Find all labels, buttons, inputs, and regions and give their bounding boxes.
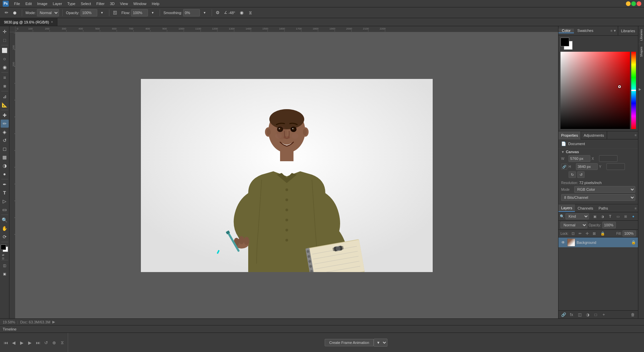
tab-swatches[interactable]: Swatches xyxy=(574,29,597,33)
animation-type-dropdown[interactable]: ▼ xyxy=(374,339,387,347)
shapes-side-icon[interactable]: Shapes xyxy=(638,44,644,60)
eyedropper-tool[interactable]: ⊿ xyxy=(1,92,9,100)
panel-collapse-icon[interactable]: ▼ xyxy=(613,29,616,33)
layer-add-mask-icon[interactable]: ◫ xyxy=(576,312,583,318)
menu-layer[interactable]: Layer xyxy=(50,0,65,7)
type-tool[interactable]: T xyxy=(1,189,9,197)
pen-tool[interactable]: ✒ xyxy=(1,180,9,188)
timeline-first-frame-btn[interactable]: ⏮ xyxy=(2,339,9,346)
libraries-side-icon[interactable]: Libraries xyxy=(638,26,644,44)
default-colors-icon[interactable]: ⊡ xyxy=(1,257,5,260)
layer-add-adjustment-icon[interactable]: ◑ xyxy=(584,312,591,318)
move-tool[interactable]: ✛ xyxy=(1,28,9,36)
menu-type[interactable]: Type xyxy=(65,0,78,7)
depth-select[interactable]: 8 Bits/Channel xyxy=(561,194,635,201)
ruler-tool[interactable]: 📐 xyxy=(1,101,9,109)
marquee-tool[interactable]: ⬜ xyxy=(1,46,9,54)
layers-type-filter[interactable]: T xyxy=(607,213,613,219)
flow-dropdown-icon[interactable]: ▼ xyxy=(149,9,156,16)
layers-options-icon[interactable]: ≡ xyxy=(635,207,637,210)
minimize-button[interactable] xyxy=(626,1,631,6)
tab-close-icon[interactable]: × xyxy=(51,20,53,24)
tab-adjustments[interactable]: Adjustments xyxy=(581,131,607,139)
maximize-button[interactable] xyxy=(631,1,636,6)
artboard-tool[interactable]: ⬚ xyxy=(1,36,9,44)
canvas-section-header[interactable]: ▼ Canvas xyxy=(558,148,638,155)
timeline-loop-btn[interactable]: ↺ xyxy=(42,339,50,346)
color-gradient-box[interactable] xyxy=(560,52,630,129)
lock-pixels-btn[interactable]: ⊡ xyxy=(570,230,576,236)
tab-properties[interactable]: Properties xyxy=(558,131,581,139)
layers-smart-filter[interactable]: ⊞ xyxy=(622,213,629,219)
opacity-input[interactable] xyxy=(80,9,97,16)
brush-size-icon[interactable]: ⬤ xyxy=(11,9,18,16)
settings-icon[interactable]: ⚙ xyxy=(214,9,221,16)
panel-options-icon[interactable]: ≡ xyxy=(610,29,612,33)
menu-filter[interactable]: Filter xyxy=(94,0,107,7)
blend-mode-select[interactable]: Normal xyxy=(560,222,587,228)
timeline-split-btn[interactable]: ⊕ xyxy=(50,339,58,346)
airbrush-toggle[interactable]: ⚿ xyxy=(111,9,119,16)
smoothing-dropdown-icon[interactable]: ▼ xyxy=(201,9,208,16)
height-input[interactable] xyxy=(576,163,598,170)
blur-tool[interactable]: ◑ xyxy=(1,162,9,170)
flow-input[interactable] xyxy=(131,9,148,16)
pressure-icon[interactable]: ◉ xyxy=(238,9,245,16)
path-selection-tool[interactable]: ▷ xyxy=(1,197,9,205)
fg-color-box[interactable] xyxy=(560,38,569,46)
layer-item-background[interactable]: 👁 Background 🔒 xyxy=(558,237,638,248)
swap-colors-icon[interactable]: ⇄ xyxy=(1,254,5,256)
canvas-document[interactable] xyxy=(141,79,433,272)
menu-image[interactable]: Image xyxy=(35,0,50,7)
menu-window[interactable]: Window xyxy=(130,0,149,7)
layers-filter-toggle[interactable]: ● xyxy=(630,213,637,219)
libraries-panel-tab[interactable]: Libraries xyxy=(618,26,638,35)
dodge-tool[interactable]: ● xyxy=(1,170,9,178)
layer-new-icon[interactable]: + xyxy=(600,312,607,318)
canvas-rotate-cw-icon[interactable]: ↻ xyxy=(569,171,576,178)
gradient-tool[interactable]: ▦ xyxy=(1,153,9,161)
foreground-color-swatch[interactable] xyxy=(1,245,6,250)
hand-tool[interactable]: ✋ xyxy=(1,224,9,232)
menu-help[interactable]: Help xyxy=(149,0,162,7)
x-input[interactable] xyxy=(599,155,618,162)
props-options-icon[interactable]: ≡ xyxy=(635,133,637,137)
mode-select[interactable]: Normal xyxy=(37,9,59,16)
link-dimensions-icon[interactable]: 🔗 xyxy=(561,164,567,170)
timeline-last-frame-btn[interactable]: ⏭ xyxy=(34,339,42,346)
symmetry-icon[interactable]: ⧖ xyxy=(247,9,254,16)
layers-pixel-filter[interactable]: ▣ xyxy=(591,213,598,219)
smoothing-input[interactable] xyxy=(183,9,200,16)
fill-input-layers[interactable] xyxy=(623,230,636,236)
lock-image-btn[interactable]: ✏ xyxy=(577,230,583,236)
crop-tool[interactable]: ⌗ xyxy=(1,74,9,82)
tab-layers[interactable]: Layers xyxy=(558,204,575,212)
layers-shape-filter[interactable]: ▭ xyxy=(614,213,621,219)
timeline-play-btn[interactable]: ▶ xyxy=(18,339,25,346)
layer-add-style-icon[interactable]: fx xyxy=(568,312,575,318)
hue-slider[interactable] xyxy=(631,52,636,129)
mode-prop-select[interactable]: RGB Color xyxy=(574,186,635,193)
lock-position-btn[interactable]: ✛ xyxy=(584,230,590,236)
brush-icon[interactable]: ✏ xyxy=(3,9,10,16)
close-button[interactable] xyxy=(637,1,641,6)
tab-channels[interactable]: Channels xyxy=(575,204,596,212)
quick-mask-tool[interactable]: ◫ xyxy=(1,261,9,269)
timeline-next-frame-btn[interactable]: ▶ xyxy=(26,339,34,346)
layers-adjust-filter[interactable]: ◑ xyxy=(599,213,606,219)
layer-visibility-icon[interactable]: 👁 xyxy=(560,240,566,245)
tab-color[interactable]: Color xyxy=(558,29,574,33)
opacity-dropdown-icon[interactable]: ▼ xyxy=(98,9,106,16)
eraser-tool[interactable]: ◻ xyxy=(1,145,9,153)
menu-edit[interactable]: Edit xyxy=(23,0,35,7)
timeline-prev-frame-btn[interactable]: ◀ xyxy=(10,339,17,346)
frame-tool[interactable]: ⊠ xyxy=(1,82,9,90)
rotate-view-tool[interactable]: ⟳ xyxy=(1,233,9,241)
healing-brush-tool[interactable]: ✚ xyxy=(1,111,9,119)
quick-select-tool[interactable]: ◉ xyxy=(1,63,9,71)
create-frame-animation-button[interactable]: Create Frame Animation xyxy=(325,339,373,346)
menu-select[interactable]: Select xyxy=(78,0,94,7)
width-input[interactable] xyxy=(569,155,590,162)
gradient-arrow[interactable]: ▶ xyxy=(639,87,641,91)
clone-stamp-tool[interactable]: ◈ xyxy=(1,128,9,136)
